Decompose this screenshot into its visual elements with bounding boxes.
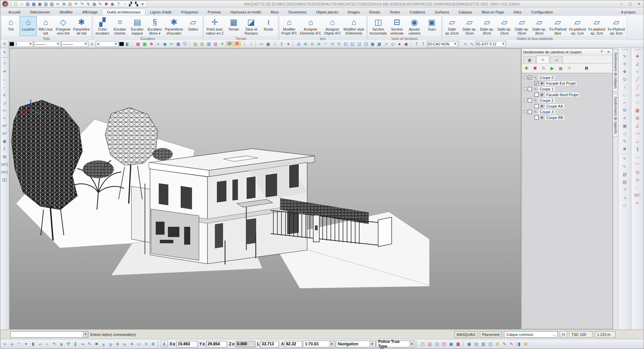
wall-dropdown-icon[interactable]: ▾ — [23, 341, 29, 347]
home-alt-icon[interactable]: ⌂ — [248, 41, 254, 47]
stair-path-button[interactable]: ⌗Escalier chemin — [111, 16, 129, 36]
wall-parallel-icon[interactable]: ╫ — [72, 341, 79, 347]
window-split-icon[interactable]: ⊟ — [522, 341, 529, 347]
modify-element-icon[interactable]: ✎ — [620, 52, 629, 60]
line-icon[interactable]: ╱ — [633, 76, 642, 83]
wall-curve-icon[interactable]: ↷ — [51, 341, 57, 347]
hatch-toggle-1-icon[interactable]: ▨ — [192, 41, 198, 47]
view-3d-back-icon[interactable]: ◳ — [441, 341, 447, 347]
wall-layers-icon[interactable]: ≡ — [143, 341, 149, 347]
slab-20cm-button[interactable]: ▱Dalle ep. 20cm — [478, 16, 496, 36]
print-fence-icon[interactable]: ▤ — [473, 341, 479, 347]
box-select-3d-icon[interactable]: ▣ — [620, 122, 629, 129]
tree-item[interactable]: ◉Coupe BB — [522, 115, 612, 120]
cut-icon[interactable]: ✂ — [55, 1, 61, 7]
redo-icon[interactable]: ↷ — [79, 1, 85, 7]
command-history-dropdown-icon[interactable]: ▼ — [83, 332, 88, 337]
measure-distance-2-icon[interactable]: ↔ — [1, 83, 8, 91]
text-style-icon[interactable]: T — [414, 41, 420, 47]
spacing-icon[interactable]: ↔ — [633, 153, 642, 160]
duplicate-icon[interactable]: ⧉ — [620, 106, 629, 114]
road-button[interactable]: ≀Route — [260, 16, 277, 36]
query-element-icon[interactable]: ? — [1, 60, 8, 68]
export-slab-icon[interactable]: ◨ — [515, 341, 522, 347]
panel-layout-icon[interactable]: ◫ — [487, 341, 494, 347]
masquag-button[interactable]: MASQUAG — [454, 331, 478, 338]
coord-a-input[interactable] — [285, 341, 302, 347]
coord-lock-icon[interactable]: ◧ — [232, 342, 235, 346]
offset-icon[interactable]: ⌐ — [620, 99, 629, 106]
terrain-button[interactable]: ▦Terrain — [225, 16, 242, 36]
tab-a-propos[interactable]: A propos — [616, 9, 640, 15]
wall-height-icon[interactable]: ╥ — [100, 341, 107, 347]
slab-button[interactable]: ▱Dalles — [184, 16, 202, 36]
tab-rendu[interactable]: Rendu — [365, 9, 385, 15]
pick-pen-icon[interactable]: ✎ — [1, 49, 8, 56]
coord-lock-icon[interactable]: ◧ — [173, 342, 176, 346]
ceiling-free-button[interactable]: ▱Fx-Plafond libre — [548, 16, 568, 36]
circle-icon[interactable]: ◎ — [633, 168, 642, 176]
fill-style-icon[interactable]: ◧ — [125, 41, 131, 47]
select-zone-icon[interactable]: ▧ — [620, 170, 629, 178]
rotate-copy-icon[interactable]: ↻ — [620, 76, 629, 83]
profile-icon[interactable]: ▚ — [134, 1, 139, 7]
views-button[interactable]: ▣Vues — [423, 16, 441, 36]
2d-mode-button[interactable]: 2D — [226, 41, 233, 46]
wall-hatch-icon[interactable]: ≣ — [150, 341, 156, 347]
cursor-icon[interactable]: ➢ — [155, 41, 161, 47]
rectangle-icon[interactable]: ▭ — [633, 91, 642, 98]
angle-90-icon[interactable]: 90° — [633, 191, 642, 199]
app-logo-icon[interactable] — [1, 1, 10, 7]
ext-style-select[interactable]: 61-EXT 0.12▼ — [476, 41, 506, 47]
tools-icon[interactable]: ✻ — [148, 41, 154, 47]
dropdown-arrow-icon[interactable]: ▼ — [114, 42, 118, 45]
ceiling-2cm-button[interactable]: ▱Fx-plafond ep. 2cm — [587, 16, 607, 36]
measure-perimeter-icon[interactable]: ▭ — [1, 106, 8, 114]
view-3d-iso-icon[interactable]: ▣ — [448, 341, 454, 347]
clip-icon[interactable]: ✂ — [169, 41, 175, 47]
add-section-button[interactable]: ✚ — [524, 66, 528, 71]
tree-checkbox[interactable] — [528, 87, 532, 91]
diamond-outline-icon[interactable]: ◇ — [390, 41, 396, 47]
view-next-icon[interactable]: ↻ — [336, 41, 342, 47]
select-poly-icon[interactable]: ◇ — [620, 201, 629, 209]
tree-checkbox[interactable] — [535, 104, 539, 108]
wall-y-junction-icon[interactable]: Ψ — [65, 341, 72, 347]
dropdown-arrow-icon[interactable]: ▼ — [370, 341, 374, 347]
line-type-select[interactable]: ———▼ — [61, 41, 88, 47]
zoom-out-icon[interactable]: ⊖ — [309, 41, 315, 47]
help-icon[interactable]: ? — [116, 1, 121, 7]
table-icon[interactable]: ▦ — [175, 41, 181, 47]
pan-icon[interactable]: ◍ — [91, 1, 97, 7]
wall-poly-icon[interactable]: ▱ — [37, 341, 43, 347]
print-3d-icon[interactable]: ▣ — [466, 341, 472, 347]
tab-surfaces[interactable]: Surfaces — [430, 9, 454, 15]
tree-checkbox[interactable] — [535, 93, 539, 97]
wall-attach-icon[interactable]: ✎ — [86, 341, 93, 347]
minimize-button[interactable]: – — [617, 1, 626, 7]
tab-polygones[interactable]: Polygones — [176, 9, 203, 15]
tree-checkbox[interactable]: ✔ — [528, 76, 532, 80]
dropdown-arrow-icon[interactable]: ▼ — [502, 42, 505, 45]
tab-infos[interactable]: Infos — [509, 9, 526, 15]
view-cube-front-icon[interactable]: ◱ — [350, 41, 356, 47]
slab-25cm-button[interactable]: ▱Dalle ep. 25cm — [513, 16, 531, 36]
side-tab-gestionnaire-de-rapports[interactable]: Gestionnaire de rapports — [613, 94, 618, 137]
layer-apply-icon[interactable]: ⊟ — [560, 331, 567, 338]
trim-icon[interactable]: ✂ — [633, 199, 642, 207]
tree-expander-icon[interactable]: − — [524, 99, 527, 102]
roof-wall-update-button[interactable]: ⌂MAJ mur toit — [37, 16, 54, 36]
save-table-icon[interactable]: ▦ — [31, 1, 37, 7]
polyline-icon[interactable]: ≈ — [633, 68, 642, 75]
viewport-3d[interactable] — [9, 48, 521, 329]
view-3d-top-icon[interactable]: ◰ — [420, 341, 426, 347]
leaf-icon[interactable]: ↗ — [383, 41, 389, 47]
play-animation-button[interactable]: ▶ — [550, 66, 554, 71]
pen-disable-2-icon[interactable]: ✎ — [508, 341, 515, 347]
measure-slope-icon[interactable]: ◿ — [1, 99, 8, 106]
wall-mod-3-icon[interactable]: ╤ — [122, 341, 128, 347]
measure-polygon-icon[interactable]: ▱ — [1, 114, 8, 122]
hatch-toggle-3-icon[interactable]: ▨ — [206, 41, 212, 47]
vertical-section-button[interactable]: ⊟Section verticale — [388, 16, 406, 36]
measure-area-icon[interactable]: m² — [1, 122, 8, 129]
